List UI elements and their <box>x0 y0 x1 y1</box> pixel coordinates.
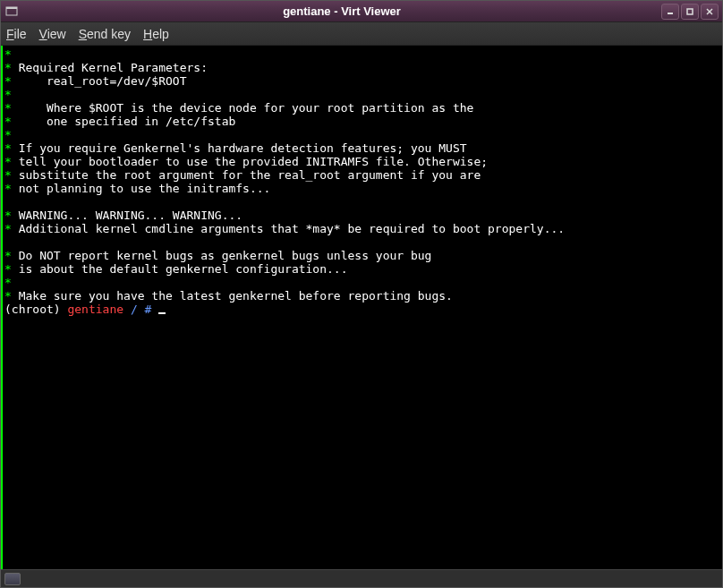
statusbar-indicator <box>4 573 21 585</box>
titlebar[interactable]: gentiane - Virt Viewer <box>1 1 722 22</box>
maximize-button[interactable] <box>681 4 699 20</box>
minimize-button[interactable] <box>661 4 679 20</box>
menu-sendkey[interactable]: Send key <box>79 27 131 41</box>
menu-file[interactable]: File <box>6 27 27 41</box>
menu-view[interactable]: View <box>39 27 66 41</box>
virt-viewer-window: gentiane - Virt Viewer File View Send ke… <box>0 0 723 588</box>
window-controls <box>661 4 719 20</box>
statusbar <box>1 569 722 587</box>
svg-rect-1 <box>6 7 17 9</box>
menubar: File View Send key Help <box>1 22 722 46</box>
app-icon <box>4 4 19 19</box>
window-title: gentiane - Virt Viewer <box>22 4 661 18</box>
close-button[interactable] <box>701 4 719 20</box>
menu-help[interactable]: Help <box>143 27 169 41</box>
terminal-output[interactable]: * * Required Kernel Parameters: * real_r… <box>1 46 722 569</box>
svg-rect-3 <box>687 9 693 14</box>
